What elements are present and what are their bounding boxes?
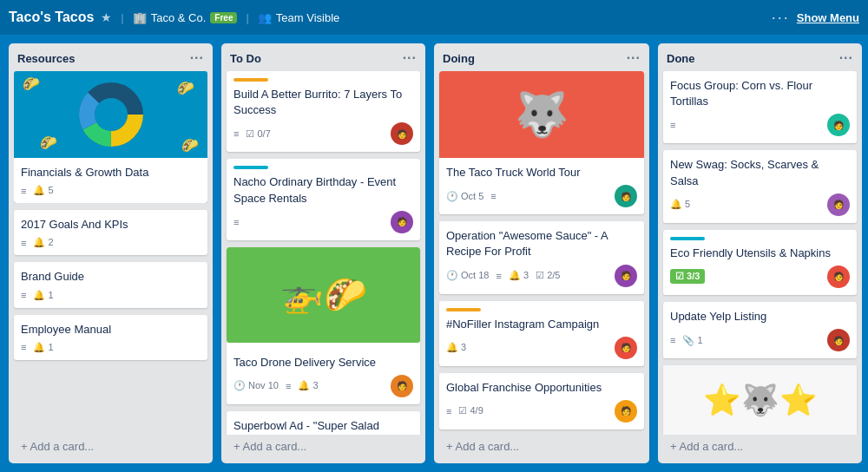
header-more-icon[interactable]: ··· (772, 9, 790, 27)
column-header-done: Done ··· (658, 43, 862, 71)
column-resources: Resources ··· 🌮 🌮 🌮 🌮 (9, 43, 213, 463)
menu-icon-item: ≡ (21, 186, 26, 196)
card-meta: 🔔 5 (670, 199, 690, 210)
card-meta: ≡ 🔔 1 (21, 290, 201, 301)
label-bar (446, 308, 481, 311)
card-meta: ≡ 🔔 1 (21, 342, 201, 353)
card-bottom-row: ≡ ☑ 0/7 🧑 (233, 122, 413, 145)
card-franchise[interactable]: Global Franchise Opportunities ≡ ☑ 4/9 🧑 (439, 373, 644, 429)
card-awesome-sauce[interactable]: Operation "Awesome Sauce" - A Recipe For… (439, 221, 644, 293)
card-burrito[interactable]: Build A Better Burrito: 7 Layers To Succ… (227, 71, 420, 152)
card-title: #NoFiller Instagram Campaign (446, 317, 637, 332)
column-title: Resources (17, 52, 75, 65)
column-menu-icon[interactable]: ··· (839, 50, 853, 66)
avatar: 🧑 (615, 337, 637, 359)
team-icon: 👥 (258, 11, 272, 24)
column-header-doing: Doing ··· (434, 43, 649, 71)
card-bottom-row: 🔔 3 🧑 (446, 337, 637, 359)
column-body-done: Focus Group: Corn vs. Flour Tortillas ≡ … (658, 71, 862, 435)
card-nacho-birthday[interactable]: Nacho Ordinary Birthday - Event Space Re… (227, 159, 420, 239)
card-title: Nacho Ordinary Birthday - Event Space Re… (233, 174, 413, 206)
card-yelp[interactable]: Update Yelp Listing ≡ 📎 1 🧑 (663, 302, 857, 358)
column-header-resources: Resources ··· (9, 43, 213, 71)
add-card-resources[interactable]: + Add a card... (14, 435, 207, 458)
add-card-doing[interactable]: + Add a card... (439, 435, 644, 458)
card-bottom-row: ≡ 🧑 (233, 211, 413, 233)
card-grand-opening[interactable]: ⭐🐺⭐ Grand Opening Celebration ✓ Aug 11, … (663, 365, 857, 435)
label-bar (233, 166, 268, 169)
org-icon: 🏢 (133, 11, 147, 24)
card-title: Build A Better Burrito: 7 Layers To Succ… (233, 87, 413, 118)
team-label: Team Visible (276, 11, 339, 24)
show-menu-button[interactable]: Show Menu (797, 11, 859, 24)
card-meta: 🔔 3 (446, 342, 466, 353)
card-title: Taco Drone Delivery Service (233, 355, 413, 370)
card-goals[interactable]: 2017 Goals And KPIs ≡ 🔔 2 (14, 210, 207, 255)
svg-point-4 (97, 101, 125, 128)
card-nofiller[interactable]: #NoFiller Instagram Campaign 🔔 3 🧑 (439, 301, 644, 366)
card-bottom: Financials & Growth Data ≡ 🔔 5 (14, 158, 207, 203)
column-menu-icon[interactable]: ··· (627, 50, 641, 66)
card-title: Brand Guide (21, 269, 201, 285)
card-eco-utensils[interactable]: Eco Friendly Utensils & Napkins ☑ 3/3 🧑 (663, 230, 857, 295)
column-body-resources: 🌮 🌮 🌮 🌮 Financials & (9, 71, 213, 435)
chart-area: 🌮 🌮 🌮 🌮 (14, 71, 207, 158)
column-body-todo: Build A Better Burrito: 7 Layers To Succ… (221, 71, 425, 435)
add-card-done[interactable]: + Add a card... (663, 435, 857, 458)
card-title: The Taco Truck World Tour (446, 165, 637, 180)
label-bar (670, 237, 705, 240)
avatar: 🧑 (827, 329, 850, 351)
card-meta: 🕐 Oct 5 ≡ (446, 191, 496, 202)
column-header-todo: To Do ··· (221, 43, 425, 71)
card-meta: ≡ ☑ 0/7 (233, 128, 271, 140)
star-icon[interactable]: ★ (101, 10, 112, 24)
board-title: Taco's Tacos (9, 10, 94, 25)
column-menu-icon[interactable]: ··· (403, 50, 417, 66)
card-image-drone: 🚁🌮 (227, 247, 420, 343)
avatar: 🧑 (827, 114, 850, 136)
label-bar (233, 78, 268, 82)
avatar: 🧑 (391, 122, 413, 145)
card-title: Focus Group: Corn vs. Flour Tortillas (670, 78, 850, 109)
card-meta: ≡ 🔔 5 (21, 185, 201, 196)
card-meta: ≡ 🔔 2 (21, 237, 201, 248)
column-menu-icon[interactable]: ··· (190, 50, 204, 66)
card-title: Global Franchise Opportunities (446, 380, 637, 396)
board: Resources ··· 🌮 🌮 🌮 🌮 (0, 35, 868, 472)
donut-chart (76, 80, 146, 149)
card-bottom-row: ☑ 3/3 🧑 (670, 266, 850, 288)
card-body: The Taco Truck World Tour 🕐 Oct 5 ≡ 🧑 (439, 158, 644, 214)
avatar: 🧑 (615, 400, 637, 423)
card-bottom-row: ≡ ☑ 4/9 🧑 (446, 400, 637, 423)
card-title: Financials & Growth Data (21, 165, 201, 180)
avatar: 🧑 (615, 185, 637, 207)
column-title: Done (667, 52, 695, 65)
card-meta: ≡ (670, 120, 675, 130)
card-financials[interactable]: 🌮 🌮 🌮 🌮 Financials & (14, 71, 207, 203)
column-doing: Doing ··· 🐺 The Taco Truck World Tour 🕐 … (434, 43, 649, 463)
avatar: 🧑 (391, 211, 413, 233)
card-superbowl[interactable]: Superbowl Ad - "Super Salad Bowls" 🕐 Dec… (227, 411, 420, 435)
card-bottom-row: 🔔 5 🧑 (670, 193, 850, 216)
card-focus-group[interactable]: Focus Group: Corn vs. Flour Tortillas ≡ … (663, 71, 857, 143)
card-drone[interactable]: 🚁🌮 Taco Drone Delivery Service 🕐 Nov 10 … (227, 247, 420, 404)
card-title: Update Yelp Listing (670, 309, 850, 324)
column-body-doing: 🐺 The Taco Truck World Tour 🕐 Oct 5 ≡ 🧑 … (434, 71, 649, 435)
card-image-taco-truck: 🐺 (439, 71, 644, 158)
card-swag[interactable]: New Swag: Socks, Scarves & Salsa 🔔 5 🧑 (663, 150, 857, 222)
team-section: 👥 Team Visible (258, 11, 339, 24)
card-taco-truck[interactable]: 🐺 The Taco Truck World Tour 🕐 Oct 5 ≡ 🧑 (439, 71, 644, 214)
card-employee-manual[interactable]: Employee Manual ≡ 🔔 1 (14, 315, 207, 360)
card-meta: ≡ (233, 217, 239, 227)
column-todo: To Do ··· Build A Better Burrito: 7 Laye… (221, 43, 425, 463)
column-title: To Do (230, 52, 261, 65)
column-done: Done ··· Focus Group: Corn vs. Flour Tor… (658, 43, 862, 463)
org-section: 🏢 Taco & Co. Free (133, 11, 238, 24)
card-title: Superbowl Ad - "Super Salad Bowls" (233, 418, 413, 435)
card-brand[interactable]: Brand Guide ≡ 🔔 1 (14, 262, 207, 307)
card-body: Taco Drone Delivery Service 🕐 Nov 10 ≡ 🔔… (227, 348, 420, 404)
add-card-todo[interactable]: + Add a card... (227, 435, 420, 458)
card-meta: 🕐 Nov 10 ≡ 🔔 3 (233, 380, 319, 391)
card-title: Operation "Awesome Sauce" - A Recipe For… (446, 228, 637, 259)
count-item: 🔔 5 (33, 185, 53, 196)
